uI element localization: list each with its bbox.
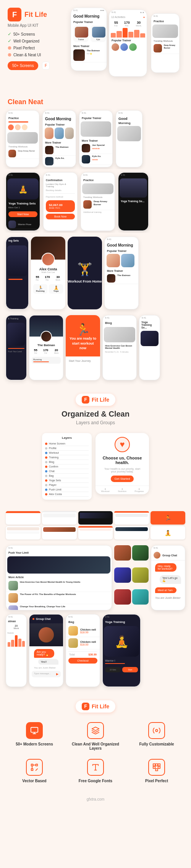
layers-panel: Layers Home Screen Profile Workout Train… <box>42 433 92 500</box>
feature-organized: ✓ Well Organized <box>8 38 65 44</box>
book-btn[interactable]: Book Now <box>46 214 75 219</box>
good-morning-phone-3: 9:41 Good Morning Popular Trainer More T… <box>104 237 139 309</box>
photo-1 <box>114 545 131 561</box>
customize-icon <box>148 722 165 739</box>
svg-rect-8 <box>155 764 158 766</box>
screens-thumbnails-row: 🏃 🧘 <box>0 507 191 543</box>
svg-point-4 <box>155 729 158 732</box>
feature-customizable: Fully Customizable <box>130 722 183 751</box>
more-trainer-2: Kyle An. <box>43 156 76 167</box>
heart-icon: ♥ <box>120 440 125 450</box>
trending-card: Deep Airway Burner <box>81 199 115 210</box>
workout-home-phone: 🏋️ Workout From Home <box>68 237 102 309</box>
ready-bg: 🏃 You are ready to start workout now <box>66 315 100 356</box>
chat-header: Group Chat <box>151 550 185 561</box>
layer-6: Confirm <box>45 464 89 469</box>
yoga-hero-img: 🧘 <box>7 178 39 199</box>
get-started-btn[interactable]: Get Started <box>111 476 134 482</box>
good-morning-title: Good Morning <box>71 13 107 19</box>
layers-icon <box>87 722 104 739</box>
sets-bg-img <box>7 245 27 276</box>
layer-8: Bag <box>45 474 89 478</box>
layer-5: Blog <box>45 460 89 464</box>
phone-good-morning: 9:41 ●●● Good Morning Popular Trainer Tr… <box>71 8 107 71</box>
pixel-icon <box>148 759 165 776</box>
status-bar-3: 9:41 <box>151 14 179 18</box>
thumb-4 <box>114 511 149 525</box>
screens-button[interactable]: 50+ Screens <box>8 61 38 70</box>
app-tagline: Mobile App UI KIT <box>8 23 65 28</box>
workout-card: Deep Airway Burner <box>151 43 179 54</box>
svg-rect-11 <box>158 766 160 768</box>
trainer-img-2 <box>92 27 105 38</box>
yoga-partial-img <box>120 178 147 198</box>
practice-phone: 9:41 Practice Trending Workouts Deep Air… <box>6 110 39 167</box>
trainer-avatars <box>43 127 76 140</box>
avatar-1 <box>112 43 119 51</box>
feature-vector: Vector Based <box>8 759 61 784</box>
thumb-5: 🏃 <box>151 511 185 525</box>
vector-label: Vector Based <box>8 779 61 783</box>
bar-5 <box>134 30 139 38</box>
yoga-sets-partial-right: 9:41 Yoga Training Se... <box>139 315 160 380</box>
article-3: Change Your Breathing, Change Your Life <box>6 604 112 610</box>
alex-name: Alex Costa <box>31 267 65 271</box>
pixel-perfect-label: Pixel Perfect <box>130 779 183 783</box>
figma-icon: F <box>42 62 50 70</box>
org-logo: F Fit Life <box>76 394 115 406</box>
article-phone: 9:41 Push Your Limit More Article How Ex… <box>6 545 112 610</box>
chat-msg-3: Meet at 7am <box>155 587 176 593</box>
practice-label: Practice <box>151 18 179 23</box>
stats-numbers-row: 12 Activities ● <box>109 15 147 20</box>
avatar-3 <box>129 43 137 51</box>
good-screen-partial: 9:41 Good Morning <box>116 110 142 167</box>
ing-sets-partial: ing Sets <box>6 237 29 309</box>
feature-pixel: ⊗ Pixel Perfect <box>8 45 65 51</box>
blog-hero-img <box>104 327 135 342</box>
trainer-img-1 <box>75 27 88 38</box>
photo-6 <box>132 589 149 605</box>
choose-features: ●Workout ●Nutrition ●Progress <box>96 485 149 494</box>
pop-trainer-1: Jan Special★★★★ <box>79 143 112 154</box>
bar-1 <box>111 33 116 38</box>
chat-msg-1: Hey, ready for workout? <box>155 563 176 572</box>
chat-photo-area <box>29 623 63 646</box>
screens-icon <box>26 722 43 739</box>
yoga-cta-btn[interactable]: Start Now <box>8 211 37 217</box>
bar-4 <box>128 32 133 38</box>
ready-text: You are ready to start workout now <box>69 336 97 351</box>
practice-article: Deep Airway Burner <box>6 149 39 159</box>
feature-clean: ⊗ Clean & Neat UI <box>8 52 65 57</box>
org-heading: Organized & Clean <box>8 410 183 418</box>
org-subtext: Layers and Groups <box>8 420 183 425</box>
organize-section: F Fit Life Organized & Clean Layers and … <box>0 382 191 507</box>
t-avatar-2 <box>55 128 63 139</box>
status-bar-2: 9:41 ▲▲ <box>109 10 147 15</box>
checkout-btn[interactable]: Checkout <box>68 658 97 664</box>
feature-layers: Clean And Well Organized Layers <box>69 722 122 751</box>
phone-right-clip: 9:41 Practice Trending Workouts Deep Air… <box>151 13 180 73</box>
popular-trainer-label: Popular Trainer <box>71 19 107 24</box>
workout-img <box>154 44 162 52</box>
article-2: The Power of Fit: The Benefits of Regula… <box>6 592 112 604</box>
thumb-7 <box>42 526 77 539</box>
trainer-scroll: Trainer Kyle Ana <box>71 24 107 43</box>
alex-costa-phone: Alex Costa Walk Out List 55 Fol. 170 Fol… <box>31 237 65 309</box>
photo-grid-area <box>114 545 149 610</box>
more-trainer-label: More Trainer <box>71 43 107 48</box>
booking-details: Booking details <box>44 188 77 192</box>
yoga-title: Yoga Training Sets <box>6 201 40 206</box>
feature-list: ✓ 50+ Screens ✓ Well Organized ⊗ Pixel P… <box>8 31 65 57</box>
confirmation-phone: 9:41 Confirmation Lumbini City Gym & Tra… <box>43 172 78 231</box>
batman-bg <box>29 315 63 337</box>
dumbbell-icon: 🏋️ <box>77 262 92 276</box>
practice-trending-phone: 9:41 Practice Trending Workouts Deep Air… <box>81 172 115 231</box>
batman-avatar <box>40 331 52 342</box>
check-icon-1: ✓ <box>8 31 11 37</box>
article-row: 9:41 Push Your Limit More Article How Ex… <box>0 543 191 612</box>
send-icon: ▶ <box>56 672 58 676</box>
chat-input[interactable]: Type message... ▶ <box>32 671 61 677</box>
layer-7: Chat <box>45 469 89 474</box>
alex-stats: 55 Fol. 170 Fol. 30 Work. <box>31 273 65 283</box>
phone-mockups-area: 9:41 ●●● Good Morning Popular Trainer Tr… <box>71 8 183 92</box>
